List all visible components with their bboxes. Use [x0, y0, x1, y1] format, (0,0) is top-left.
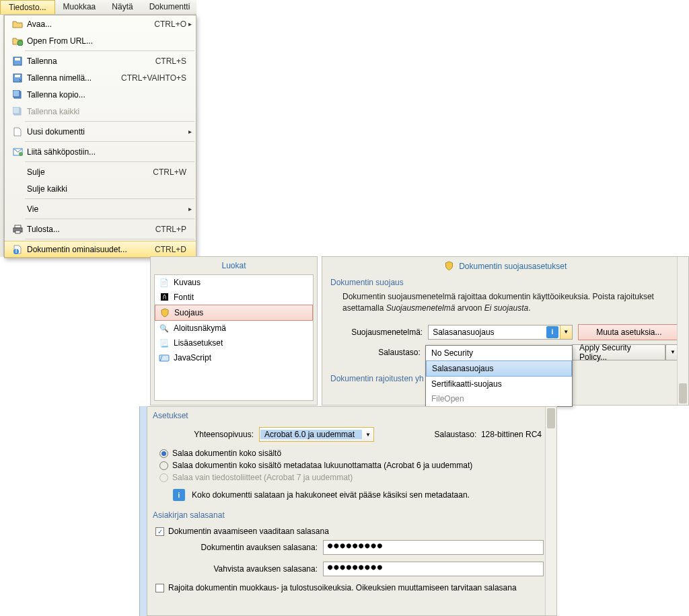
category-advanced[interactable]: 📃Lisäasetukset: [155, 336, 313, 350]
radio-icon: [159, 473, 168, 482]
security-method-value: Salasanasuojaus: [429, 328, 546, 337]
open-password-input[interactable]: ●●●●●●●●●: [323, 540, 544, 555]
enc-level-value: 128-bittinen RC4: [481, 430, 542, 439]
radio-encrypt-except-meta[interactable]: Salaa dokumentin koko sisältö metadataa …: [159, 461, 551, 470]
change-settings-label: Muuta asetuksia...: [596, 328, 661, 337]
radio-encrypt-all[interactable]: Salaa dokumentin koko sisältö: [159, 449, 551, 458]
confirm-password-input[interactable]: ●●●●●●●●●: [323, 562, 544, 576]
menu-email-label: Liitä sähköpostiin...: [25, 147, 190, 157]
info-icon: i: [546, 326, 558, 338]
menu-export[interactable]: Vie ▸: [5, 200, 196, 217]
submenu-arrow-icon: ▸: [188, 128, 192, 135]
menu-new-doc[interactable]: Uusi dokumentti ▸: [5, 123, 196, 140]
category-label: Aloitusnäkymä: [174, 323, 226, 333]
menu-open[interactable]: Avaa... CTRL+O ▸: [5, 15, 196, 32]
category-javascript[interactable]: JavaScript: [155, 350, 313, 365]
separator: [25, 239, 194, 239]
category-fonts[interactable]: 🅰Fontit: [155, 290, 313, 305]
security-title: Dokumentin suojausasetukset: [322, 257, 688, 275]
menu-close-all-label: Sulje kaikki: [25, 184, 190, 194]
category-description[interactable]: 📄Kuvaus: [155, 275, 313, 290]
menu-view[interactable]: Näytä: [104, 0, 141, 14]
compat-select[interactable]: Acrobat 6.0 ja uudemmat ▼: [259, 427, 374, 442]
menu-email[interactable]: Liitä sähköpostiin...: [5, 143, 196, 160]
chevron-down-icon[interactable]: ▼: [560, 325, 572, 339]
menu-doc-properties[interactable]: i Dokumentin ominaisuudet... CTRL+D: [5, 241, 196, 258]
checkbox-label: Rajoita dokumentin muokkaus- ja tulostus…: [168, 583, 517, 592]
menu-save-copy-label: Tallenna kopio...: [25, 90, 190, 100]
menu-open-url-label: Open From URL...: [25, 36, 190, 46]
menu-open-url[interactable]: Open From URL...: [5, 32, 196, 49]
security-method-label: Suojausmenetelmä:: [330, 328, 423, 337]
checkbox-restrict-edit[interactable]: Rajoita dokumentin muokkaus- ja tulostus…: [155, 583, 551, 592]
security-method-options: No Security Salasanasuojaus Sertifikaatt…: [425, 345, 573, 407]
separator: [25, 161, 194, 162]
encryption-level-label: Salaustaso:: [330, 348, 421, 357]
svg-rect-8: [13, 107, 20, 114]
checkbox-label: Dokumentin avaamiseen vaaditaan salasana: [168, 527, 329, 536]
option-password[interactable]: Salasanasuojaus: [426, 360, 572, 377]
properties-icon: i: [10, 245, 25, 254]
menu-save[interactable]: Tallenna CTRL+S: [5, 52, 196, 69]
separator: [25, 50, 194, 51]
scroll-thumb[interactable]: [547, 408, 555, 428]
svg-point-0: [17, 40, 23, 46]
passwords-group-title: Asiakirjan salasanat: [153, 510, 551, 520]
menu-new-doc-label: Uusi dokumentti: [25, 127, 190, 137]
apply-policy-label: Apply Security Policy...: [579, 343, 658, 362]
menu-close-all[interactable]: Sulje kaikki: [5, 180, 196, 197]
svg-rect-4: [15, 75, 20, 77]
menu-print[interactable]: Tulosta... CTRL+P: [5, 221, 196, 237]
save-copy-icon: [10, 90, 25, 100]
menu-save-copy[interactable]: Tallenna kopio...: [5, 86, 196, 103]
chevron-down-icon[interactable]: ▼: [363, 432, 373, 438]
category-initial-view[interactable]: 🔍Aloitusnäkymä: [155, 321, 313, 336]
menu-open-label: Avaa...: [25, 20, 154, 29]
menu-close-label: Sulje: [25, 167, 153, 177]
category-label: Lisäasetukset: [174, 338, 223, 348]
categories-pane: Luokat 📄Kuvaus 🅰Fontit Suojaus 🔍Aloitusn…: [150, 256, 318, 406]
menu-close[interactable]: Sulje CTRL+W: [5, 163, 196, 180]
category-security[interactable]: Suojaus: [155, 305, 313, 321]
separator: [25, 198, 194, 199]
scrollbar[interactable]: [545, 407, 556, 615]
submenu-arrow-icon: ▸: [188, 205, 192, 213]
mail-icon: [10, 148, 25, 156]
left-decoration-strip: [139, 406, 147, 616]
checkbox-icon: [155, 584, 164, 592]
option-no-security[interactable]: No Security: [426, 346, 572, 360]
separator: [25, 141, 194, 142]
menu-print-label: Tulosta...: [25, 225, 155, 234]
scroll-thumb[interactable]: [679, 383, 687, 403]
categories-list: 📄Kuvaus 🅰Fontit Suojaus 🔍Aloitusnäkymä 📃…: [154, 274, 314, 401]
apply-policy-button[interactable]: Apply Security Policy...: [572, 344, 665, 360]
option-certificate[interactable]: Sertifikaatti-suojaus: [426, 377, 572, 391]
security-method-select[interactable]: Salasanasuojaus i ▼: [428, 325, 573, 340]
menu-file[interactable]: Tiedosto...: [0, 0, 55, 14]
info-row: i Koko dokumentti salataan ja hakukoneet…: [173, 489, 551, 501]
menu-save-as[interactable]: Tallenna nimellä... CTRL+VAIHTO+S: [5, 69, 196, 86]
radio-label: Salaa dokumentin koko sisältö: [172, 449, 281, 458]
info-icon: i: [173, 489, 185, 501]
security-group-label: Dokumentin suojaus: [330, 278, 680, 287]
menu-edit[interactable]: Muokkaa: [55, 0, 104, 14]
menu-document[interactable]: Dokumentti: [141, 0, 198, 14]
radio-icon: [159, 449, 168, 458]
category-label: Fontit: [174, 293, 194, 302]
option-fileopen[interactable]: FileOpen: [426, 391, 572, 406]
scrollbar[interactable]: [677, 257, 688, 405]
checkbox-require-open-password[interactable]: ✓ Dokumentin avaamiseen vaaditaan salasa…: [155, 527, 551, 536]
folder-open-icon: [10, 20, 25, 29]
change-settings-button[interactable]: Muuta asetuksia...: [578, 324, 680, 340]
submenu-arrow-icon: ▸: [188, 20, 192, 28]
radio-icon: [159, 461, 168, 470]
info-text: Koko dokumentti salataan ja hakukoneet e…: [192, 490, 470, 500]
radio-label: Salaa vain tiedostoliitteet (Acrobat 7 j…: [172, 473, 353, 482]
menu-save-label: Tallenna: [25, 56, 155, 66]
font-icon: 🅰: [159, 292, 170, 303]
shield-icon: [444, 261, 454, 271]
compat-value: Acrobat 6.0 ja uudemmat: [260, 430, 362, 439]
separator: [25, 219, 194, 219]
menu-save-as-label: Tallenna nimellä...: [25, 73, 121, 83]
menu-save-as-shortcut: CTRL+VAIHTO+S: [121, 73, 190, 83]
